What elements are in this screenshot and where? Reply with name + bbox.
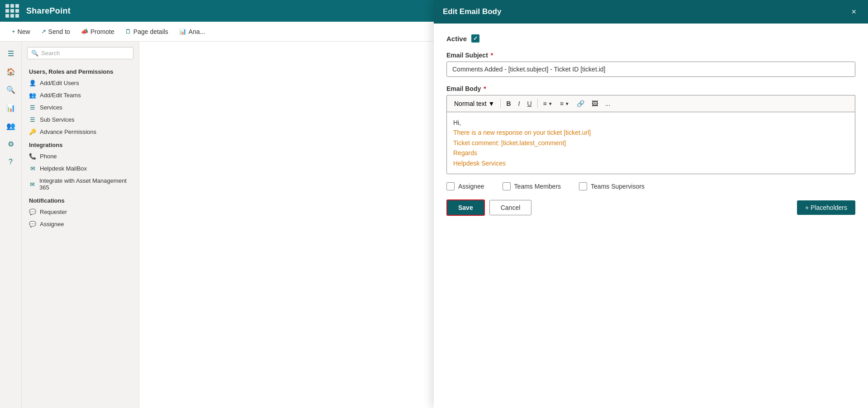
toolbar-underline-button[interactable]: U <box>524 98 535 109</box>
teams-members-checkbox[interactable] <box>503 182 511 190</box>
format-dropdown-label: Normal text <box>454 100 487 107</box>
assignee-checkbox-label: Assignee <box>458 183 484 190</box>
active-label: Active <box>446 35 467 43</box>
email-subject-input[interactable] <box>446 62 855 77</box>
body-line-3: Ticket comment: [ticket.latest_comment] <box>453 138 849 148</box>
assignee-checkbox[interactable] <box>446 182 455 190</box>
email-subject-required: * <box>491 52 493 59</box>
body-line-2: There is a new response on your ticket [… <box>453 128 849 138</box>
cancel-button[interactable]: Cancel <box>489 200 532 215</box>
active-row: Active <box>446 34 855 43</box>
teams-supervisors-checkbox-label: Teams Supervisors <box>591 183 645 190</box>
format-dropdown-chevron-icon: ▼ <box>489 100 495 107</box>
placeholders-button[interactable]: + Placeholders <box>797 200 855 215</box>
body-line-1: Hi, <box>453 118 849 128</box>
teams-supervisors-checkbox-item: Teams Supervisors <box>579 182 645 190</box>
editor-toolbar: Normal text ▼ B I U ≡ ▼ ≡ ▼ 🔗 <box>446 95 855 112</box>
toolbar-italic-button[interactable]: I <box>515 98 523 109</box>
teams-members-checkbox-item: Teams Members <box>503 182 561 190</box>
email-subject-label: Email Subject * <box>446 52 855 59</box>
modal-body: Active Email Subject * Email Body * Norm… <box>434 24 868 408</box>
teams-supervisors-checkbox[interactable] <box>579 182 587 190</box>
toolbar-align-button[interactable]: ≡ ▼ <box>540 98 556 109</box>
toolbar-more-button[interactable]: ... <box>602 98 614 109</box>
body-line-5: Helpdesk Services <box>453 158 849 168</box>
toolbar-list-button[interactable]: ≡ ▼ <box>557 98 573 109</box>
active-checkbox[interactable] <box>471 34 479 43</box>
save-button[interactable]: Save <box>446 199 485 216</box>
list-icon: ≡ <box>560 100 564 107</box>
teams-members-checkbox-label: Teams Members <box>514 183 561 190</box>
email-body-editor[interactable]: Hi, There is a new response on your tick… <box>446 112 855 174</box>
toolbar-image-button[interactable]: 🖼 <box>588 98 601 109</box>
toolbar-separator-2 <box>537 99 538 108</box>
align-chevron-icon: ▼ <box>548 101 553 106</box>
body-line-4: Regards <box>453 148 849 158</box>
format-dropdown[interactable]: Normal text ▼ <box>451 98 498 109</box>
checkbox-row: Assignee Teams Members Teams Supervisors <box>446 182 855 190</box>
modal-title: Edit Email Body <box>443 7 501 16</box>
edit-email-body-modal: Edit Email Body × Active Email Subject *… <box>434 0 868 408</box>
align-icon: ≡ <box>543 100 547 107</box>
email-body-label: Email Body * <box>446 85 855 92</box>
modal-header: Edit Email Body × <box>434 0 868 24</box>
toolbar-bold-button[interactable]: B <box>503 98 514 109</box>
action-row: Save Cancel + Placeholders <box>446 199 855 216</box>
assignee-checkbox-item: Assignee <box>446 182 484 190</box>
list-chevron-icon: ▼ <box>565 101 569 106</box>
toolbar-separator-1 <box>500 99 501 108</box>
email-body-required: * <box>484 85 486 92</box>
toolbar-link-button[interactable]: 🔗 <box>574 98 588 109</box>
modal-backdrop: Edit Email Body × Active Email Subject *… <box>0 0 868 408</box>
modal-close-button[interactable]: × <box>849 5 859 19</box>
